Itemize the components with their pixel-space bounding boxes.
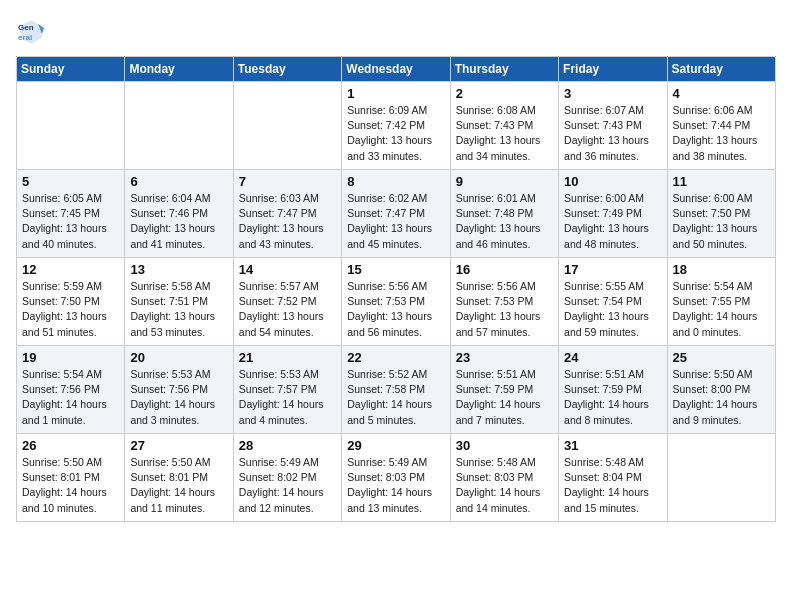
weekday-header-friday: Friday: [559, 57, 667, 82]
calendar-cell: 8Sunrise: 6:02 AMSunset: 7:47 PMDaylight…: [342, 170, 450, 258]
day-info: Sunrise: 6:08 AMSunset: 7:43 PMDaylight:…: [456, 103, 553, 164]
day-info: Sunrise: 5:48 AMSunset: 8:03 PMDaylight:…: [456, 455, 553, 516]
weekday-header-tuesday: Tuesday: [233, 57, 341, 82]
day-number: 18: [673, 262, 770, 277]
calendar-cell: 15Sunrise: 5:56 AMSunset: 7:53 PMDayligh…: [342, 258, 450, 346]
day-info: Sunrise: 5:50 AMSunset: 8:01 PMDaylight:…: [130, 455, 227, 516]
day-info: Sunrise: 5:51 AMSunset: 7:59 PMDaylight:…: [456, 367, 553, 428]
calendar-cell: 11Sunrise: 6:00 AMSunset: 7:50 PMDayligh…: [667, 170, 775, 258]
day-number: 27: [130, 438, 227, 453]
day-info: Sunrise: 5:55 AMSunset: 7:54 PMDaylight:…: [564, 279, 661, 340]
calendar-cell: 18Sunrise: 5:54 AMSunset: 7:55 PMDayligh…: [667, 258, 775, 346]
calendar-week-row: 1Sunrise: 6:09 AMSunset: 7:42 PMDaylight…: [17, 82, 776, 170]
day-info: Sunrise: 5:51 AMSunset: 7:59 PMDaylight:…: [564, 367, 661, 428]
logo-icon: Gen eral: [16, 16, 46, 46]
day-number: 24: [564, 350, 661, 365]
weekday-header-thursday: Thursday: [450, 57, 558, 82]
calendar-cell: 25Sunrise: 5:50 AMSunset: 8:00 PMDayligh…: [667, 346, 775, 434]
day-number: 4: [673, 86, 770, 101]
calendar-cell: 2Sunrise: 6:08 AMSunset: 7:43 PMDaylight…: [450, 82, 558, 170]
page-header: Gen eral: [16, 16, 776, 46]
day-number: 11: [673, 174, 770, 189]
day-number: 23: [456, 350, 553, 365]
calendar-cell: 29Sunrise: 5:49 AMSunset: 8:03 PMDayligh…: [342, 434, 450, 522]
svg-text:Gen: Gen: [18, 23, 34, 32]
day-number: 20: [130, 350, 227, 365]
day-info: Sunrise: 5:56 AMSunset: 7:53 PMDaylight:…: [456, 279, 553, 340]
calendar-cell: [233, 82, 341, 170]
calendar-cell: 17Sunrise: 5:55 AMSunset: 7:54 PMDayligh…: [559, 258, 667, 346]
day-number: 12: [22, 262, 119, 277]
day-info: Sunrise: 6:03 AMSunset: 7:47 PMDaylight:…: [239, 191, 336, 252]
day-info: Sunrise: 6:07 AMSunset: 7:43 PMDaylight:…: [564, 103, 661, 164]
day-info: Sunrise: 6:00 AMSunset: 7:49 PMDaylight:…: [564, 191, 661, 252]
day-info: Sunrise: 6:02 AMSunset: 7:47 PMDaylight:…: [347, 191, 444, 252]
day-number: 3: [564, 86, 661, 101]
calendar-cell: 24Sunrise: 5:51 AMSunset: 7:59 PMDayligh…: [559, 346, 667, 434]
day-number: 26: [22, 438, 119, 453]
calendar-cell: [125, 82, 233, 170]
day-number: 2: [456, 86, 553, 101]
weekday-header-wednesday: Wednesday: [342, 57, 450, 82]
calendar-table: SundayMondayTuesdayWednesdayThursdayFrid…: [16, 56, 776, 522]
calendar-cell: 6Sunrise: 6:04 AMSunset: 7:46 PMDaylight…: [125, 170, 233, 258]
calendar-cell: 3Sunrise: 6:07 AMSunset: 7:43 PMDaylight…: [559, 82, 667, 170]
day-number: 28: [239, 438, 336, 453]
day-number: 1: [347, 86, 444, 101]
day-number: 14: [239, 262, 336, 277]
calendar-cell: 16Sunrise: 5:56 AMSunset: 7:53 PMDayligh…: [450, 258, 558, 346]
day-info: Sunrise: 5:50 AMSunset: 8:01 PMDaylight:…: [22, 455, 119, 516]
calendar-cell: [17, 82, 125, 170]
day-number: 6: [130, 174, 227, 189]
day-number: 10: [564, 174, 661, 189]
calendar-cell: 27Sunrise: 5:50 AMSunset: 8:01 PMDayligh…: [125, 434, 233, 522]
day-number: 29: [347, 438, 444, 453]
day-info: Sunrise: 5:53 AMSunset: 7:56 PMDaylight:…: [130, 367, 227, 428]
day-number: 19: [22, 350, 119, 365]
day-info: Sunrise: 5:53 AMSunset: 7:57 PMDaylight:…: [239, 367, 336, 428]
calendar-cell: 23Sunrise: 5:51 AMSunset: 7:59 PMDayligh…: [450, 346, 558, 434]
day-info: Sunrise: 6:01 AMSunset: 7:48 PMDaylight:…: [456, 191, 553, 252]
day-info: Sunrise: 6:00 AMSunset: 7:50 PMDaylight:…: [673, 191, 770, 252]
svg-text:eral: eral: [18, 33, 32, 42]
day-number: 13: [130, 262, 227, 277]
logo: Gen eral: [16, 16, 50, 46]
day-info: Sunrise: 5:56 AMSunset: 7:53 PMDaylight:…: [347, 279, 444, 340]
calendar-cell: 19Sunrise: 5:54 AMSunset: 7:56 PMDayligh…: [17, 346, 125, 434]
day-number: 31: [564, 438, 661, 453]
calendar-cell: 7Sunrise: 6:03 AMSunset: 7:47 PMDaylight…: [233, 170, 341, 258]
calendar-cell: 28Sunrise: 5:49 AMSunset: 8:02 PMDayligh…: [233, 434, 341, 522]
calendar-cell: 5Sunrise: 6:05 AMSunset: 7:45 PMDaylight…: [17, 170, 125, 258]
calendar-week-row: 26Sunrise: 5:50 AMSunset: 8:01 PMDayligh…: [17, 434, 776, 522]
day-info: Sunrise: 5:57 AMSunset: 7:52 PMDaylight:…: [239, 279, 336, 340]
calendar-cell: 20Sunrise: 5:53 AMSunset: 7:56 PMDayligh…: [125, 346, 233, 434]
day-number: 21: [239, 350, 336, 365]
day-number: 25: [673, 350, 770, 365]
day-number: 22: [347, 350, 444, 365]
day-info: Sunrise: 5:54 AMSunset: 7:55 PMDaylight:…: [673, 279, 770, 340]
calendar-cell: 14Sunrise: 5:57 AMSunset: 7:52 PMDayligh…: [233, 258, 341, 346]
weekday-header-saturday: Saturday: [667, 57, 775, 82]
day-info: Sunrise: 5:58 AMSunset: 7:51 PMDaylight:…: [130, 279, 227, 340]
calendar-cell: 4Sunrise: 6:06 AMSunset: 7:44 PMDaylight…: [667, 82, 775, 170]
day-info: Sunrise: 5:52 AMSunset: 7:58 PMDaylight:…: [347, 367, 444, 428]
calendar-cell: 30Sunrise: 5:48 AMSunset: 8:03 PMDayligh…: [450, 434, 558, 522]
calendar-cell: 26Sunrise: 5:50 AMSunset: 8:01 PMDayligh…: [17, 434, 125, 522]
weekday-header-row: SundayMondayTuesdayWednesdayThursdayFrid…: [17, 57, 776, 82]
day-number: 17: [564, 262, 661, 277]
day-info: Sunrise: 5:59 AMSunset: 7:50 PMDaylight:…: [22, 279, 119, 340]
day-info: Sunrise: 5:54 AMSunset: 7:56 PMDaylight:…: [22, 367, 119, 428]
day-info: Sunrise: 5:49 AMSunset: 8:03 PMDaylight:…: [347, 455, 444, 516]
day-number: 7: [239, 174, 336, 189]
day-info: Sunrise: 6:04 AMSunset: 7:46 PMDaylight:…: [130, 191, 227, 252]
day-number: 8: [347, 174, 444, 189]
day-number: 5: [22, 174, 119, 189]
calendar-cell: 10Sunrise: 6:00 AMSunset: 7:49 PMDayligh…: [559, 170, 667, 258]
weekday-header-sunday: Sunday: [17, 57, 125, 82]
calendar-cell: 9Sunrise: 6:01 AMSunset: 7:48 PMDaylight…: [450, 170, 558, 258]
day-number: 30: [456, 438, 553, 453]
day-number: 9: [456, 174, 553, 189]
calendar-cell: 31Sunrise: 5:48 AMSunset: 8:04 PMDayligh…: [559, 434, 667, 522]
day-info: Sunrise: 5:50 AMSunset: 8:00 PMDaylight:…: [673, 367, 770, 428]
day-info: Sunrise: 6:09 AMSunset: 7:42 PMDaylight:…: [347, 103, 444, 164]
